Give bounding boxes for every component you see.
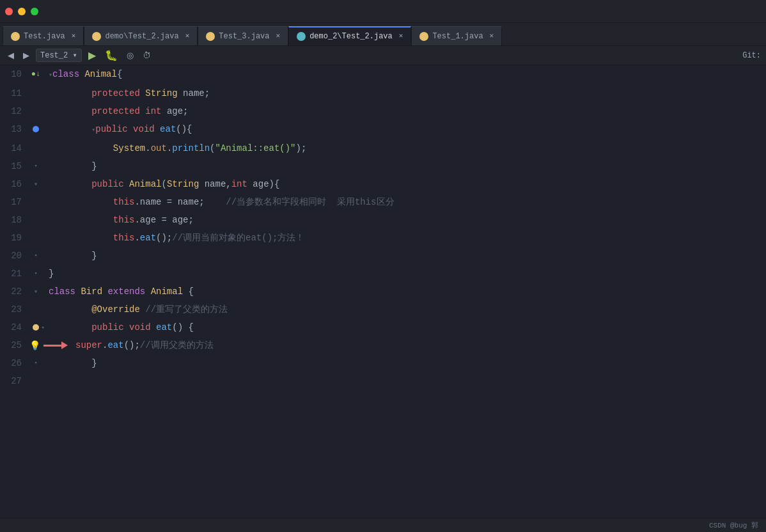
- line-gutter: 💡: [28, 336, 43, 354]
- line-code: }: [43, 157, 766, 175]
- tab-close-icon[interactable]: ✕: [490, 33, 494, 40]
- line-row-25: 25 💡 super.eat();//调用父类的方法: [0, 336, 766, 354]
- line-gutter: [28, 84, 43, 102]
- line-row: 26 ▪ }: [0, 354, 766, 372]
- line-code: public void eat() {: [43, 318, 766, 336]
- fold-end-icon[interactable]: ▪: [34, 360, 37, 366]
- line-code: super.eat();//调用父类的方法: [43, 336, 766, 354]
- line-code: protected String name;: [43, 84, 766, 102]
- bookmark-icon: [33, 126, 39, 132]
- line-gutter: ▾: [28, 175, 43, 193]
- line-row: 17 this.name = name; //当参数名和字段相同时 采用this…: [0, 193, 766, 211]
- line-code: }: [43, 354, 766, 372]
- fold-end-icon[interactable]: ▪: [34, 163, 37, 169]
- tab-close-icon[interactable]: ✕: [72, 33, 76, 40]
- tab-test1[interactable]: Test.java ✕: [3, 26, 84, 45]
- line-row: 20 ▪ }: [0, 247, 766, 265]
- titlebar: [0, 0, 766, 23]
- close-button[interactable]: [5, 8, 13, 15]
- line-number: 18: [0, 211, 28, 229]
- statusbar: CSDN @bug 郭: [0, 518, 766, 532]
- forward-button[interactable]: ▶: [20, 49, 32, 61]
- line-code: ▾class Animal{: [43, 65, 766, 84]
- line-number: 22: [0, 283, 28, 301]
- line-row: 19 this.eat();//调用当前对象的eat();方法！: [0, 229, 766, 247]
- line-code: public Animal(String name,int age){: [43, 175, 766, 193]
- line-gutter: [28, 229, 43, 247]
- line-gutter: [28, 102, 43, 120]
- minimize-button[interactable]: [18, 8, 26, 15]
- line-row: 21 ▪ }: [0, 265, 766, 283]
- back-button[interactable]: ◀: [5, 49, 17, 61]
- run-gutter-icon[interactable]: ●↓: [31, 70, 40, 79]
- line-row: 11 protected String name;: [0, 84, 766, 102]
- line-gutter: [28, 372, 43, 390]
- line-row: 24 ▾ public void eat() {: [0, 318, 766, 336]
- code-editor[interactable]: 10 ●↓ ▾class Animal{ 11 protected String…: [0, 65, 766, 518]
- run-config-label: Test_2: [40, 51, 68, 60]
- line-gutter: [28, 211, 43, 229]
- line-row: 15 ▪ }: [0, 157, 766, 175]
- tab-close-icon[interactable]: ✕: [276, 33, 281, 40]
- brand-label: CSDN @bug 郭: [709, 520, 758, 530]
- tab-close-icon[interactable]: ✕: [399, 33, 403, 40]
- line-code: ▾public void eat(){: [43, 120, 766, 139]
- line-code: protected int age;: [43, 102, 766, 120]
- line-number: 10: [0, 65, 28, 83]
- editor-container: 10 ●↓ ▾class Animal{ 11 protected String…: [0, 65, 766, 518]
- git-label: Git:: [742, 51, 761, 60]
- line-gutter: ▾: [28, 283, 43, 301]
- tabs-bar: Test.java ✕ demo\Test_2.java ✕ Test_3.ja…: [0, 23, 766, 46]
- line-number: 12: [0, 102, 28, 120]
- arrow-head: [61, 341, 68, 349]
- fold-end-icon[interactable]: ▪: [34, 270, 37, 277]
- tab-demo-test2[interactable]: demo\Test_2.java ✕: [84, 26, 198, 45]
- window-controls[interactable]: [5, 8, 38, 15]
- fold-icon[interactable]: ▾: [34, 180, 38, 188]
- fold-icon[interactable]: ▾: [42, 324, 45, 331]
- line-gutter: ▪: [28, 265, 43, 283]
- line-number: 19: [0, 229, 28, 247]
- run-config-dropdown[interactable]: Test_2 ▾: [36, 49, 82, 62]
- line-code: this.eat();//调用当前对象的eat();方法！: [43, 229, 766, 247]
- line-number: 25: [0, 336, 28, 354]
- java-icon: [419, 32, 428, 41]
- line-number: 26: [0, 354, 28, 372]
- tab-test1b[interactable]: Test_1.java ✕: [411, 26, 502, 45]
- coverage-button[interactable]: ◎: [124, 49, 136, 61]
- line-row: 16 ▾ public Animal(String name,int age){: [0, 175, 766, 193]
- tab-demo2-test2[interactable]: demo_2\Test_2.java ✕: [288, 26, 411, 45]
- profile-button[interactable]: ⏱: [140, 49, 153, 61]
- line-gutter: ▾: [28, 318, 43, 336]
- toolbar: ◀ ▶ Test_2 ▾ ▶ 🐛 ◎ ⏱ Git:: [0, 46, 766, 65]
- line-row: 22 ▾ class Bird extends Animal {: [0, 283, 766, 301]
- tab-label: demo\Test_2.java: [105, 32, 178, 41]
- line-code: class Bird extends Animal {: [43, 283, 766, 301]
- line-code: this.age = age;: [43, 211, 766, 229]
- tab-label: demo_2\Test_2.java: [309, 32, 393, 41]
- tab-test3[interactable]: Test_3.java ✕: [198, 26, 288, 45]
- tab-label: Test.java: [24, 32, 65, 41]
- arrow-body: [43, 345, 61, 347]
- line-gutter: [28, 120, 43, 138]
- tab-label: Test_3.java: [219, 32, 269, 41]
- line-row: 12 protected int age;: [0, 102, 766, 120]
- bulb-icon[interactable]: 💡: [29, 340, 40, 351]
- line-number: 24: [0, 318, 28, 336]
- run-button[interactable]: ▶: [86, 48, 98, 63]
- debug-button[interactable]: 🐛: [102, 48, 120, 63]
- java-icon: [297, 32, 306, 41]
- line-gutter: ▪: [28, 247, 43, 265]
- line-gutter: [28, 139, 43, 157]
- line-gutter: ●↓: [28, 65, 43, 83]
- line-gutter: [28, 193, 43, 211]
- line-row: 13 ▾public void eat(){: [0, 120, 766, 139]
- maximize-button[interactable]: [31, 8, 38, 15]
- line-row: 27: [0, 372, 766, 390]
- line-gutter: ▪: [28, 157, 43, 175]
- line-number: 21: [0, 265, 28, 283]
- fold-icon[interactable]: ▾: [34, 288, 38, 295]
- fold-end-icon[interactable]: ▪: [34, 253, 37, 259]
- tab-close-icon[interactable]: ✕: [185, 33, 190, 40]
- line-code: }: [43, 265, 766, 283]
